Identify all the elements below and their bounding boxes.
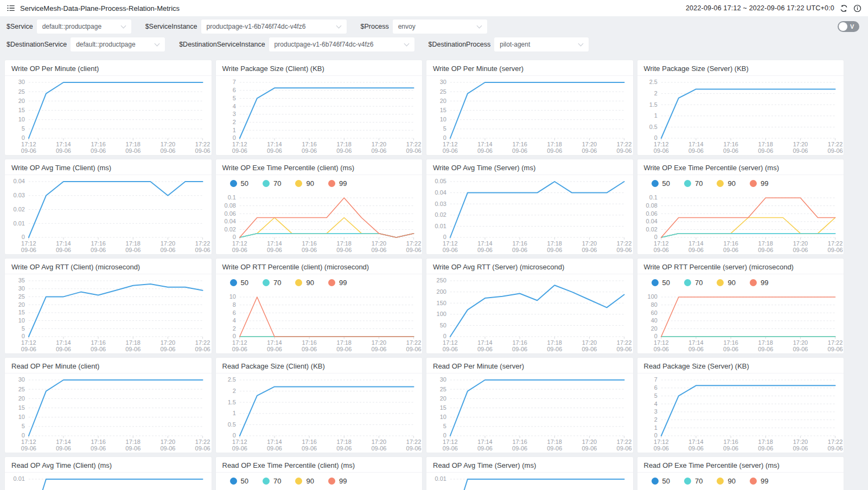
filter-label: $DestinationService [7, 41, 67, 48]
svg-text:10: 10 [18, 116, 25, 122]
svg-text:17:1809-06: 17:1809-06 [336, 339, 352, 352]
svg-text:15: 15 [440, 404, 446, 411]
svg-text:3: 3 [654, 408, 657, 415]
charts-grid: Write OP Per Minute (client)051015202530… [0, 55, 868, 490]
filter-select[interactable]: productpage-v1-6b746f74dc-v4fz6 [269, 37, 414, 51]
filter-select[interactable]: envoy [393, 20, 487, 34]
line-chart[interactable]: 00.511.522.517:1209-0617:1409-0617:1609-… [637, 76, 844, 156]
chart-title: Write OP Exe Time Percentile (client) (m… [216, 159, 423, 175]
legend-dot-icon [263, 279, 270, 286]
info-icon[interactable] [853, 4, 861, 12]
legend-item[interactable]: 70 [684, 477, 703, 485]
chevron-down-icon [336, 23, 341, 29]
legend-item[interactable]: 50 [652, 179, 670, 188]
filter-item: $DestinationServiceInstanceproductpage-v… [179, 37, 414, 51]
line-chart[interactable]: 05010015020025017:1209-0617:1409-0617:16… [426, 274, 633, 354]
filter-item: $DestinationProcesspilot-agent [429, 37, 589, 51]
legend-item[interactable]: 99 [328, 477, 347, 485]
chevron-down-icon [476, 23, 482, 29]
legend-item[interactable]: 50 [230, 279, 248, 287]
svg-text:100: 100 [647, 293, 657, 300]
line-chart[interactable]: 00.020.040.060.080.117:1209-0617:1409-06… [637, 191, 844, 255]
svg-text:17:1209-06: 17:1209-06 [21, 240, 36, 253]
svg-text:5: 5 [443, 125, 446, 132]
refresh-icon[interactable] [840, 4, 848, 12]
legend-label: 50 [241, 477, 248, 485]
legend-item[interactable]: 90 [717, 279, 735, 287]
svg-text:5: 5 [22, 325, 25, 332]
svg-text:17:1609-06: 17:1609-06 [91, 439, 106, 452]
legend-item[interactable]: 70 [684, 179, 703, 188]
line-chart[interactable]: 00.010.020.030.040.0517:1209-0617:1409-0… [426, 175, 633, 255]
line-chart[interactable]: 00.511.522.517:1209-0617:1409-0617:1609-… [216, 373, 423, 453]
svg-text:17:2209-06: 17:2209-06 [617, 339, 632, 352]
legend-item[interactable]: 50 [652, 279, 670, 287]
svg-text:17:2209-06: 17:2209-06 [617, 240, 632, 253]
time-range[interactable]: 2022-09-06 17:12 ~ 2022-09-06 17:22 UTC+… [686, 4, 834, 12]
legend-item[interactable]: 99 [750, 477, 768, 485]
chart-card: Read OP Exe Time Percentile (client) (ms… [215, 456, 423, 490]
svg-text:15: 15 [18, 309, 25, 315]
line-chart[interactable]: 0510152025303517:1209-0617:1409-0617:160… [5, 274, 212, 354]
line-chart[interactable]: 05101520253017:1209-0617:1409-0617:1609-… [5, 373, 212, 453]
dashboard-list-icon[interactable] [7, 4, 15, 12]
svg-text:17:1609-06: 17:1609-06 [723, 240, 738, 253]
svg-text:17:1209-06: 17:1209-06 [21, 141, 36, 154]
svg-text:17:1409-06: 17:1409-06 [56, 439, 71, 452]
svg-text:15: 15 [18, 107, 25, 113]
chart-card: Read OP Per Minute (server)0510152025301… [426, 357, 634, 453]
line-chart[interactable]: 0123456717:1209-0617:1409-0617:1609-0617… [216, 76, 423, 156]
legend-item[interactable]: 90 [717, 179, 735, 188]
line-chart[interactable]: 02040608010017:1209-0617:1409-0617:1609-… [637, 291, 844, 354]
svg-text:6: 6 [232, 310, 235, 316]
line-chart[interactable]: 00.0117:1209-0617:1409-0617:1609-0617:18… [5, 473, 212, 490]
svg-text:17:1409-06: 17:1409-06 [477, 339, 493, 352]
legend-item[interactable]: 90 [295, 279, 314, 287]
svg-text:0.04: 0.04 [224, 218, 235, 224]
edit-mode-toggle[interactable]: V [838, 21, 859, 32]
svg-text:17:2009-06: 17:2009-06 [371, 439, 386, 452]
filter-select[interactable]: productpage-v1-6b746f74dc-v4fz6 [201, 20, 347, 34]
legend-item[interactable]: 70 [263, 279, 281, 287]
filter-select-value: default::productpage [76, 41, 135, 48]
legend-item[interactable]: 99 [750, 279, 768, 287]
line-chart[interactable]: 0123456717:1209-0617:1409-0617:1609-0617… [637, 373, 844, 453]
svg-text:50: 50 [440, 322, 446, 328]
svg-text:30: 30 [18, 376, 25, 383]
filter-item: $DestinationServicedefault::productpage [7, 37, 165, 51]
legend-item[interactable]: 99 [328, 179, 347, 188]
filter-select[interactable]: default::productpage [71, 37, 165, 51]
legend-item[interactable]: 99 [750, 179, 768, 188]
legend-item[interactable]: 50 [652, 477, 670, 485]
legend-item[interactable]: 50 [230, 179, 248, 188]
legend-item[interactable]: 70 [684, 279, 703, 287]
line-chart[interactable]: 05101520253017:1209-0617:1409-0617:1609-… [5, 76, 212, 156]
legend-item[interactable]: 90 [295, 477, 314, 485]
legend-item[interactable]: 90 [717, 477, 735, 485]
filter-select[interactable]: default::productpage [37, 20, 131, 34]
chart-title: Write OP RTT Percentile (client) (micros… [216, 259, 423, 274]
line-chart[interactable]: 00.010.020.030.0417:1209-0617:1409-0617:… [5, 175, 212, 255]
legend-item[interactable]: 70 [263, 477, 281, 485]
svg-text:60: 60 [650, 310, 657, 316]
svg-text:200: 200 [437, 288, 446, 295]
legend-item[interactable]: 70 [263, 179, 281, 188]
svg-text:17:2209-06: 17:2209-06 [827, 439, 843, 452]
legend-dot-icon [652, 180, 659, 187]
legend-label: 90 [727, 279, 735, 287]
filter-select[interactable]: pilot-agent [494, 37, 589, 51]
legend-item[interactable]: 90 [295, 179, 314, 188]
line-chart[interactable]: 024681017:1209-0617:1409-0617:1609-0617:… [216, 291, 423, 354]
line-chart[interactable]: 00.0117:1209-0617:1409-0617:1609-0617:18… [426, 473, 633, 490]
line-chart[interactable]: 00.020.040.060.080.117:1209-0617:1409-06… [216, 191, 423, 255]
line-chart[interactable]: 05101520253017:1209-0617:1409-0617:1609-… [426, 373, 633, 453]
svg-text:30: 30 [440, 376, 446, 383]
svg-text:17:2209-06: 17:2209-06 [827, 339, 843, 352]
svg-text:0.01: 0.01 [14, 475, 25, 482]
line-chart[interactable]: 05101520253017:1209-0617:1409-0617:1609-… [426, 76, 633, 156]
svg-text:17:2209-06: 17:2209-06 [195, 240, 210, 253]
svg-text:17:2009-06: 17:2009-06 [371, 339, 386, 352]
legend-item[interactable]: 99 [328, 279, 347, 287]
legend-item[interactable]: 50 [230, 477, 248, 485]
filter-label: $ServiceInstance [145, 23, 197, 30]
